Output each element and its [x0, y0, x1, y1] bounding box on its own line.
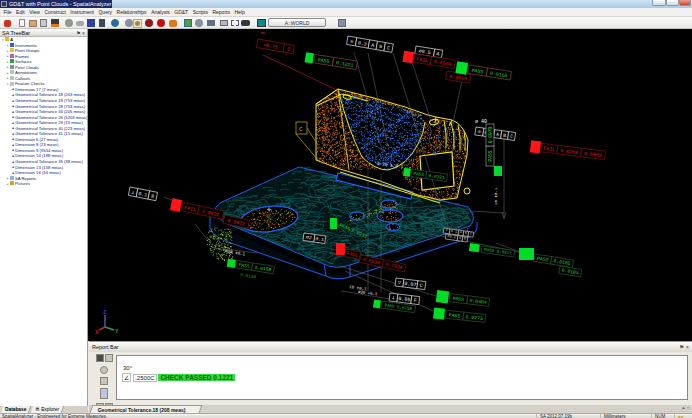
svg-text:⌀ 40: ⌀ 40: [475, 119, 487, 125]
svg-text:PASS: PASS: [488, 150, 493, 161]
svg-text:Z: Z: [103, 309, 107, 316]
svg-text:0.0079: 0.0079: [488, 126, 493, 143]
svg-text:Y: Y: [115, 328, 119, 335]
svg-text:⌀2: ⌀2: [306, 235, 313, 241]
svg-text:C: C: [299, 126, 303, 133]
svg-text:X: X: [95, 329, 99, 336]
svg-text:10 ±0.1: 10 ±0.1: [494, 187, 498, 205]
svg-text:30: 30: [260, 31, 265, 35]
svg-text:0.0158: 0.0158: [240, 272, 257, 280]
svg-text:⌀20 ±0.1: ⌀20 ±0.1: [225, 249, 246, 257]
